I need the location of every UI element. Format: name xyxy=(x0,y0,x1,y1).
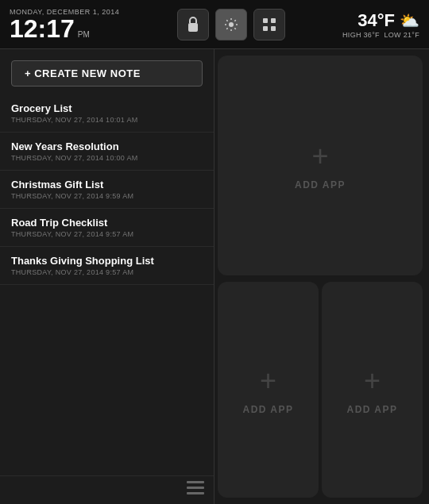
list-footer xyxy=(0,475,214,504)
svg-rect-0 xyxy=(188,23,198,32)
svg-rect-7 xyxy=(187,487,204,489)
add-app-plus-br: + xyxy=(364,364,381,398)
weather-icon: ⛅ xyxy=(400,11,419,30)
notes-list: Grocery List Thursday, Nov 27, 2014 10:0… xyxy=(0,94,214,475)
clock-ampm: PM xyxy=(78,30,90,39)
add-app-bottom-left[interactable]: + ADD APP xyxy=(218,282,319,498)
create-note-button[interactable]: + CREATE NEW NOTE xyxy=(11,60,203,87)
note-item-2[interactable]: Christmas Gift List Thursday, Nov 27, 20… xyxy=(0,171,214,209)
add-app-top[interactable]: + ADD APP xyxy=(218,56,423,275)
add-app-plus-bl: + xyxy=(260,364,276,398)
weather-widget: 34°F ⛅ HIGH 36°F LOW 21°F xyxy=(342,10,419,39)
settings-button[interactable] xyxy=(215,9,247,40)
note-date-2: Thursday, Nov 27, 2014 9:59 AM xyxy=(11,192,203,200)
right-panel: + ADD APP + ADD APP + ADD APP xyxy=(214,49,429,504)
note-item-4[interactable]: Thanks Giving Shopping List Thursday, No… xyxy=(0,247,214,285)
weather-detail: HIGH 36°F LOW 21°F xyxy=(342,31,419,39)
lock-button[interactable] xyxy=(177,9,209,40)
temperature: 34°F xyxy=(358,10,395,31)
svg-rect-8 xyxy=(187,492,204,494)
note-title-1: New Years Resolution xyxy=(11,140,203,152)
right-bottom: + ADD APP + ADD APP xyxy=(214,279,429,505)
note-item-0[interactable]: Grocery List Thursday, Nov 27, 2014 10:0… xyxy=(0,94,214,133)
svg-rect-3 xyxy=(271,18,276,23)
note-item-3[interactable]: Road Trip Checklist Thursday, Nov 27, 20… xyxy=(0,209,214,247)
note-title-3: Road Trip Checklist xyxy=(11,217,203,229)
note-title-2: Christmas Gift List xyxy=(11,179,203,190)
clock-time: 12:17 xyxy=(10,16,75,41)
svg-rect-6 xyxy=(187,481,204,483)
header: Monday, December 1, 2014 12:17 PM xyxy=(0,0,429,49)
note-date-0: Thursday, Nov 27, 2014 10:01 AM xyxy=(11,116,203,124)
add-app-plus-top: + xyxy=(311,140,328,173)
svg-rect-5 xyxy=(271,26,276,31)
svg-rect-4 xyxy=(263,26,268,31)
note-date-4: Thursday, Nov 27, 2014 9:57 AM xyxy=(11,268,203,276)
datetime: Monday, December 1, 2014 12:17 PM xyxy=(10,8,119,41)
center-icons xyxy=(177,9,285,40)
left-panel: + CREATE NEW NOTE Grocery List Thursday,… xyxy=(0,49,214,504)
note-item-1[interactable]: New Years Resolution Thursday, Nov 27, 2… xyxy=(0,133,214,171)
add-app-label-top: ADD APP xyxy=(295,179,346,190)
add-app-label-bl: ADD APP xyxy=(242,404,293,415)
note-date-3: Thursday, Nov 27, 2014 9:57 AM xyxy=(11,230,203,238)
note-date-1: Thursday, Nov 27, 2014 10:00 AM xyxy=(11,154,203,162)
note-title-0: Grocery List xyxy=(11,102,203,114)
list-view-icon[interactable] xyxy=(187,481,204,499)
svg-rect-2 xyxy=(263,18,268,23)
grid-button[interactable] xyxy=(253,9,285,40)
svg-point-1 xyxy=(229,22,234,27)
note-title-4: Thanks Giving Shopping List xyxy=(11,255,203,267)
add-app-bottom-right[interactable]: + ADD APP xyxy=(322,282,423,498)
add-app-label-br: ADD APP xyxy=(346,404,397,415)
main-content: + CREATE NEW NOTE Grocery List Thursday,… xyxy=(0,49,429,504)
